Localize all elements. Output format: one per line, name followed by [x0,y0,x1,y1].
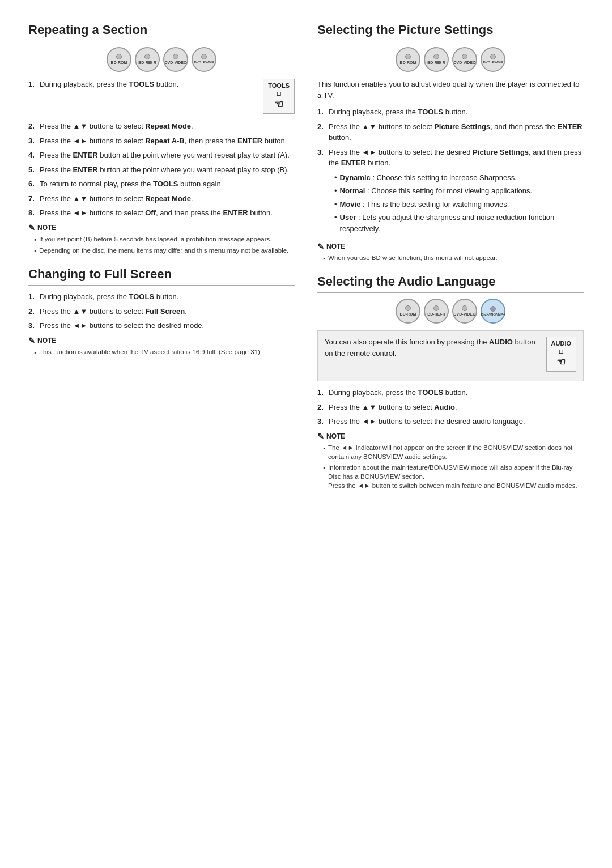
note-icon-fullscreen: ✎ [28,336,35,345]
note-item-1: If you set point (B) before 5 seconds ha… [34,235,295,244]
disc-dvd-video-2: DVD-VIDEO [452,47,477,72]
step-2: 2. Press the ▲▼ buttons to select Repeat… [28,121,295,132]
disc-bd-re-r-1: BD-RE/-R [135,47,160,72]
note-title-fullscreen: ✎ NOTE [28,336,295,345]
note-title-repeating: ✎ NOTE [28,223,295,232]
fs-step-3: 3. Press the ◄► buttons to select the de… [28,320,295,331]
disc-bd-re-r-3: BD-RE/-R [424,299,449,324]
section-title-repeating: Repeating a Section [28,23,295,41]
disc-bd-rom-1: BD-ROM [107,47,131,72]
section-title-fullscreen: Changing to Full Screen [28,267,295,286]
disc-bd-rom-3: BD-ROM [396,299,420,324]
note-list-picture: When you use BD wise function, this menu… [317,253,584,263]
aud-step-1: 1. During playback, press the TOOLS butt… [317,387,584,398]
tools-button-image: TOOLS ☐ ☜ [263,79,295,114]
disc-dvd-video-3: DVD-VIDEO [452,299,477,324]
step-1: 1. TOOLS ☐ ☜ During playback, press the … [28,79,295,117]
fullscreen-steps: 1. During playback, press the TOOLS butt… [28,291,295,331]
disc-divx-mkv-3: DivX/MKV/MP4 [481,299,505,324]
audio-info-box: AUDIO ☐ ☜ You can also operate this func… [317,330,584,381]
disc-dvd-video-1: DVD-VIDEO [163,47,188,72]
section-title-audio: Selecting the Audio Language [317,274,584,293]
disc-bd-rom-2: BD-ROM [396,47,420,72]
note-list-fullscreen: This function is available when the TV a… [28,347,295,357]
fs-step-1: 1. During playback, press the TOOLS butt… [28,291,295,303]
picture-intro: This function enables you to adjust vide… [317,79,584,101]
disc-icons-picture: BD-ROM BD-RE/-R DVD-VIDEO DVD±RW/±R [317,47,584,72]
disc-icons-audio: BD-ROM BD-RE/-R DVD-VIDEO DivX/MKV/MP4 [317,299,584,324]
note-picture: ✎ NOTE When you use BD wise function, th… [317,242,584,263]
fs-step-2: 2. Press the ▲▼ buttons to select Full S… [28,306,295,317]
disc-dvd-rw-1: DVD±RW/±R [192,47,216,72]
note-icon-repeating: ✎ [28,223,35,232]
repeating-steps: 1. TOOLS ☐ ☜ During playback, press the … [28,79,295,219]
note-fullscreen: ✎ NOTE This function is available when t… [28,336,295,357]
aud-note-1: The ◄► indicator will not appear on the … [323,443,584,461]
note-title-picture: ✎ NOTE [317,242,584,251]
note-audio: ✎ NOTE The ◄► indicator will not appear … [317,432,584,490]
disc-icons-repeating: BD-ROM BD-RE/-R DVD-VIDEO DVD±RW/±R [28,47,295,72]
disc-dvd-rw-2: DVD±RW/±R [481,47,505,72]
note-icon-picture: ✎ [317,242,324,251]
step-7: 7. Press the ▲▼ buttons to select Repeat… [28,193,295,205]
pic-step-3: 3. Press the ◄► buttons to select the de… [317,147,584,238]
section-title-picture: Selecting the Picture Settings [317,23,584,41]
bullet-dynamic: Dynamic : Choose this setting to increas… [334,172,584,184]
step-4: 4. Press the ENTER button at the point w… [28,150,295,161]
aud-note-2: Information about the main feature/BONUS… [323,463,584,490]
left-column: Repeating a Section BD-ROM BD-RE/-R DVD-… [28,23,295,496]
pic-step-1: 1. During playback, press the TOOLS butt… [317,107,584,118]
section-full-screen: Changing to Full Screen 1. During playba… [28,267,295,357]
note-title-audio: ✎ NOTE [317,432,584,441]
disc-bd-re-r-2: BD-RE/-R [424,47,449,72]
step-8: 8. Press the ◄► buttons to select Off, a… [28,207,295,219]
step-6: 6. To return to normal play, press the T… [28,178,295,190]
audio-steps: 1. During playback, press the TOOLS butt… [317,387,584,427]
step-3: 3. Press the ◄► buttons to select Repeat… [28,135,295,147]
aud-step-3: 3. Press the ◄► buttons to select the de… [317,416,584,427]
picture-steps: 1. During playback, press the TOOLS butt… [317,107,584,237]
picture-bullets: Dynamic : Choose this setting to increas… [329,172,584,235]
note-icon-audio: ✎ [317,432,324,441]
bullet-normal: Normal : Choose this setting for most vi… [334,185,584,197]
note-list-repeating: If you set point (B) before 5 seconds ha… [28,235,295,256]
bullet-movie: Movie : This is the best setting for wat… [334,199,584,210]
note-list-audio: The ◄► indicator will not appear on the … [317,443,584,490]
right-column: Selecting the Picture Settings BD-ROM BD… [317,23,584,496]
audio-button-image: AUDIO ☐ ☜ [546,337,576,372]
bullet-user: User : Lets you adjust the sharpness and… [334,212,584,234]
section-audio: Selecting the Audio Language BD-ROM BD-R… [317,274,584,490]
step-5: 5. Press the ENTER button at the point w… [28,164,295,176]
aud-step-2: 2. Press the ▲▼ buttons to select Audio. [317,402,584,413]
note-repeating: ✎ NOTE If you set point (B) before 5 sec… [28,223,295,256]
note-item-2: Depending on the disc, the menu items ma… [34,246,295,256]
pic-note-1: When you use BD wise function, this menu… [323,253,584,263]
fs-note-1: This function is available when the TV a… [34,347,295,357]
pic-step-2: 2. Press the ▲▼ buttons to select Pictur… [317,121,584,143]
